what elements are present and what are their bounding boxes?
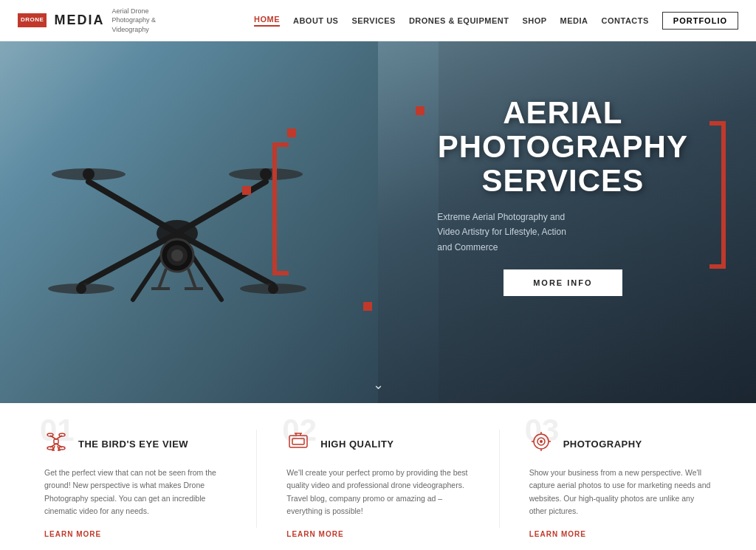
nav-about[interactable]: ABOUT US [293, 16, 338, 25]
feature-2-link[interactable]: LEARN MORE [286, 530, 343, 538]
svg-line-18 [159, 269, 166, 289]
svg-rect-36 [292, 439, 304, 444]
nav-media[interactable]: MEDIA [560, 16, 588, 25]
feature-3-link[interactable]: LEARN MORE [529, 530, 586, 538]
divider-1 [256, 430, 257, 528]
svg-rect-22 [54, 439, 58, 444]
svg-point-14 [268, 283, 278, 294]
portfolio-button[interactable]: PORTFOLIO [662, 12, 738, 30]
svg-line-2 [177, 182, 266, 233]
feature-3-desc: Show your business from a new perspectiv… [529, 467, 712, 518]
feature-1-desc: Get the perfect view that can not be see… [44, 467, 227, 518]
nav-home[interactable]: HOME [254, 15, 280, 27]
divider-2 [499, 430, 500, 528]
hero-content: AERIAL PHOTOGRAPHY SERVICES Extreme Aeri… [422, 96, 703, 297]
svg-point-8 [83, 168, 94, 180]
feature-3-header: 03 PHOTOGRAPHY [529, 430, 712, 458]
svg-line-19 [188, 269, 196, 289]
quality-icon [286, 430, 310, 458]
nav-contacts[interactable]: CONTACTS [602, 16, 649, 25]
feature-2-title: HIGH QUALITY [320, 439, 394, 450]
svg-point-12 [76, 283, 86, 294]
svg-line-32 [58, 446, 59, 450]
hero-title: AERIAL PHOTOGRAPHY SERVICES [422, 96, 703, 199]
svg-line-31 [53, 446, 55, 450]
feature-1-title: THE BIRD'S EYE VIEW [78, 439, 188, 450]
main-nav: HOME ABOUT US SERVICES DRONES & EQUIPMEN… [254, 12, 738, 30]
feature-1-link[interactable]: LEARN MORE [44, 530, 101, 538]
svg-point-28 [59, 433, 65, 436]
site-header: DRONE MEDIA Aerial Drone Photography & V… [0, 0, 756, 41]
svg-point-17 [171, 250, 183, 261]
hero-section: AERIAL PHOTOGRAPHY SERVICES Extreme Aeri… [0, 41, 756, 403]
red-square-1 [287, 128, 296, 137]
feature-3-title: PHOTOGRAPHY [563, 439, 642, 450]
brand-name: MEDIA [54, 13, 104, 28]
svg-point-10 [260, 168, 272, 180]
nav-drones[interactable]: DRONES & EQUIPMENT [409, 16, 509, 25]
red-square-4 [363, 302, 372, 311]
feature-1-header: 01 THE BIRD'S EYE V [44, 430, 227, 458]
red-square-2 [242, 186, 251, 195]
hero-subtitle: Extreme Aerial Photography andVideo Arti… [422, 210, 703, 255]
feature-2-header: 02 HIGH QUALITY [286, 430, 469, 458]
svg-point-46 [540, 440, 543, 443]
feature-high-quality: 02 HIGH QUALITY We'll create your perfec… [279, 430, 476, 528]
nav-services[interactable]: SERVICES [351, 16, 395, 25]
drone-icon [44, 430, 68, 458]
features-section: 01 THE BIRD'S EYE V [0, 403, 756, 550]
svg-point-30 [59, 447, 65, 450]
logo-area: DRONE MEDIA Aerial Drone Photography & V… [18, 7, 185, 35]
logo-tagline: Aerial Drone Photography & Videography [111, 7, 185, 35]
bracket-right [709, 121, 726, 269]
feature-birds-eye: 01 THE BIRD'S EYE V [37, 430, 234, 528]
svg-point-27 [47, 433, 53, 436]
logo-box: DRONE [18, 13, 47, 27]
feature-2-desc: We'll create your perfect promo by provi… [286, 467, 469, 518]
nav-shop[interactable]: SHOP [522, 16, 546, 25]
hero-cta-button[interactable]: MORE INFO [504, 269, 622, 296]
svg-point-29 [47, 447, 53, 450]
camera-icon [529, 430, 553, 458]
scroll-down-arrow[interactable]: ⌄ [373, 377, 384, 393]
svg-line-1 [89, 182, 177, 233]
feature-photography: 03 PHOTOGRAPHY Show your business from a… [522, 430, 719, 528]
bracket-left [272, 142, 289, 275]
